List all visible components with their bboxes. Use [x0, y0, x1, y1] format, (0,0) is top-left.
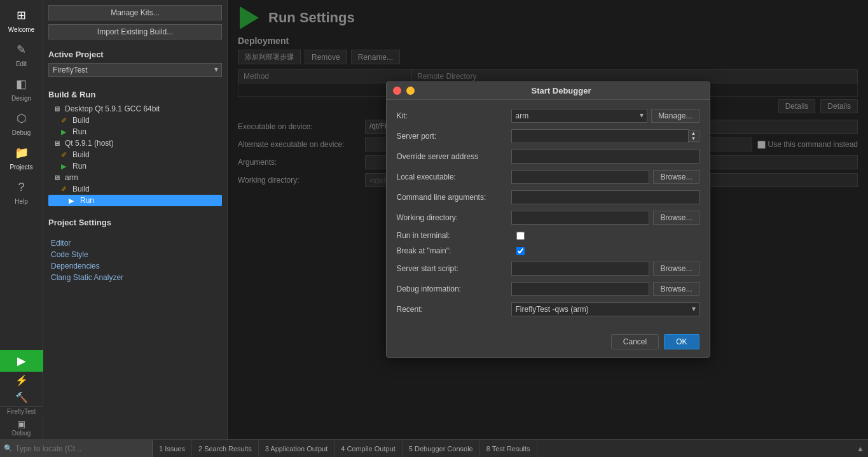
- server-script-row: Server start script: Browse...: [397, 262, 699, 276]
- recent-select[interactable]: FireflyTest -qws (arm): [511, 302, 699, 316]
- welcome-icon: ⊞: [11, 6, 32, 24]
- sidebar-item-projects[interactable]: 📁 Projects: [3, 140, 41, 174]
- cmd-args-row: Command line arguments: -qws: [397, 190, 699, 204]
- run-button[interactable]: ▶: [0, 350, 43, 372]
- project-settings-list: Editor Code Style Dependencies Clang Sta…: [48, 237, 222, 283]
- debug-info-browse-button[interactable]: Browse...: [653, 282, 699, 296]
- tab-test[interactable]: 8 Test Results: [480, 440, 537, 457]
- run-in-terminal-label: Run in terminal:: [397, 231, 511, 240]
- working-dir-browse-button[interactable]: Browse...: [653, 211, 699, 225]
- project-tab: FireflyTest: [0, 406, 43, 416]
- server-script-input[interactable]: [511, 262, 650, 276]
- tab-compile[interactable]: 4 Compile Output: [334, 440, 403, 457]
- settings-dependencies[interactable]: Dependencies: [48, 260, 222, 272]
- monitor-host-icon: 🖥: [53, 139, 62, 147]
- modal-working-dir-input[interactable]: [511, 211, 650, 225]
- active-project-select-wrap: FireflyTest: [48, 63, 222, 77]
- cmd-args-label: Command line arguments:: [397, 193, 511, 202]
- cmd-args-input[interactable]: -qws: [511, 190, 699, 204]
- modal-titlebar: Start Debugger: [387, 82, 710, 100]
- build-run-icon[interactable]: ⚡: [0, 372, 43, 389]
- server-port-label: Server port:: [397, 132, 511, 141]
- project-settings-title: Project Settings: [48, 218, 222, 227]
- break-at-main-checkbox[interactable]: [516, 247, 525, 255]
- settings-editor[interactable]: Editor: [48, 237, 222, 249]
- status-bar-right: ▲: [853, 440, 868, 457]
- run-host-icon: ▶: [61, 162, 70, 171]
- debug-info-label: Debug information:: [397, 285, 511, 293]
- import-build-button[interactable]: Import Existing Build...: [48, 24, 222, 39]
- tab-issues[interactable]: 1 Issues: [153, 440, 192, 457]
- break-at-main-row: Break at "main":: [397, 246, 699, 255]
- spinner-arrows: ▲ ▼: [689, 130, 699, 142]
- local-executable-row: Local executable: reflyTest-arm-Debug/Fi…: [397, 170, 699, 184]
- modal-working-dir-label: Working directory:: [397, 213, 511, 222]
- run-play-icon: ▶: [61, 128, 70, 136]
- debug-bottom-icon[interactable]: ▣ Debug: [0, 416, 43, 439]
- main-content: Run Settings Deployment 添加到部署步骤 Remove R…: [228, 0, 868, 439]
- run-arm-icon: ▶: [69, 197, 78, 205]
- left-panel: Manage Kits... Import Existing Build... …: [43, 0, 228, 439]
- build-run-tree: 🖥 Desktop Qt 5.9.1 GCC 64bit ✐ Build ▶ R…: [48, 103, 222, 206]
- status-search-area: 🔍: [0, 440, 153, 457]
- tab-app-output[interactable]: 3 Application Output: [259, 440, 334, 457]
- tree-item-arm-run[interactable]: ▶ Run: [48, 195, 222, 206]
- tree-item-host-run[interactable]: ▶ Run: [48, 160, 222, 172]
- tab-debugger[interactable]: 5 Debugger Console: [403, 440, 480, 457]
- recent-row: Recent: FireflyTest -qws (arm): [397, 302, 699, 316]
- design-icon: ◧: [11, 75, 32, 93]
- settings-code-style[interactable]: Code Style: [48, 249, 222, 260]
- sidebar-item-debug[interactable]: ⬡ Debug: [3, 106, 41, 140]
- spinner-down-button[interactable]: ▼: [689, 136, 699, 141]
- tree-item-arm-build[interactable]: ✐ Build: [48, 183, 222, 195]
- help-icon: ?: [11, 178, 32, 196]
- locate-input[interactable]: [15, 444, 148, 453]
- kit-select-wrap: arm: [511, 109, 648, 123]
- run-in-terminal-checkbox[interactable]: [516, 232, 525, 240]
- server-script-label: Server start script:: [397, 264, 511, 273]
- start-debugger-modal: Start Debugger Kit: arm Manage...: [386, 81, 710, 358]
- kit-label: Kit:: [397, 111, 511, 120]
- modal-minimize-button[interactable]: [406, 87, 415, 95]
- recent-select-wrap: FireflyTest -qws (arm): [511, 302, 699, 316]
- search-magnifier-icon: 🔍: [4, 444, 13, 453]
- build-pencil-icon: ✐: [61, 116, 70, 125]
- tree-item-arm[interactable]: 🖥 arm: [48, 172, 222, 183]
- tab-search[interactable]: 2 Search Results: [192, 440, 259, 457]
- debug-info-input[interactable]: [511, 282, 650, 296]
- manage-kits-button[interactable]: Manage Kits...: [48, 5, 222, 20]
- ok-button[interactable]: OK: [664, 334, 699, 349]
- up-arrow-icon[interactable]: ▲: [857, 444, 864, 453]
- tree-item-host-qt[interactable]: 🖥 Qt 5.9.1 (host): [48, 137, 222, 149]
- override-server-input[interactable]: 168.168.100.24: [511, 150, 699, 164]
- tree-item-desktop-build[interactable]: ✐ Build: [48, 115, 222, 126]
- modal-title: Start Debugger: [420, 86, 703, 95]
- server-port-input[interactable]: 1234: [511, 129, 689, 143]
- sidebar-item-welcome[interactable]: ⊞ Welcome: [3, 3, 41, 37]
- kit-row: Kit: arm Manage...: [397, 109, 699, 123]
- local-executable-input[interactable]: reflyTest-arm-Debug/FireflyTest: [511, 170, 650, 184]
- projects-icon: 📁: [11, 144, 32, 162]
- modal-close-button[interactable]: [393, 87, 401, 95]
- active-project-select[interactable]: FireflyTest: [48, 63, 222, 77]
- monitor-icon: 🖥: [53, 105, 62, 113]
- modal-working-dir-row: Working directory: Browse...: [397, 211, 699, 225]
- server-script-browse-button[interactable]: Browse...: [653, 262, 699, 276]
- settings-clang[interactable]: Clang Static Analyzer: [48, 272, 222, 283]
- override-server-label: Override server address: [397, 152, 511, 161]
- sidebar-item-help[interactable]: ? Help: [3, 174, 41, 209]
- server-port-spinner: 1234 ▲ ▼: [511, 129, 699, 143]
- sidebar-item-edit[interactable]: ✎ Edit: [3, 37, 41, 71]
- sidebar-item-design[interactable]: ◧ Design: [3, 71, 41, 106]
- cancel-button[interactable]: Cancel: [611, 334, 659, 349]
- kit-select[interactable]: arm: [511, 109, 648, 123]
- tree-item-desktop-qt[interactable]: 🖥 Desktop Qt 5.9.1 GCC 64bit: [48, 103, 222, 115]
- local-executable-browse-button[interactable]: Browse...: [653, 170, 699, 184]
- build-icon[interactable]: 🔨: [0, 389, 43, 406]
- kit-manage-button[interactable]: Manage...: [651, 109, 699, 123]
- tree-item-desktop-run[interactable]: ▶ Run: [48, 126, 222, 137]
- break-at-main-label: Break at "main":: [397, 246, 511, 255]
- tree-item-host-build[interactable]: ✐ Build: [48, 149, 222, 160]
- debug-info-row: Debug information: Browse...: [397, 282, 699, 296]
- modal-footer: Cancel OK: [387, 329, 710, 357]
